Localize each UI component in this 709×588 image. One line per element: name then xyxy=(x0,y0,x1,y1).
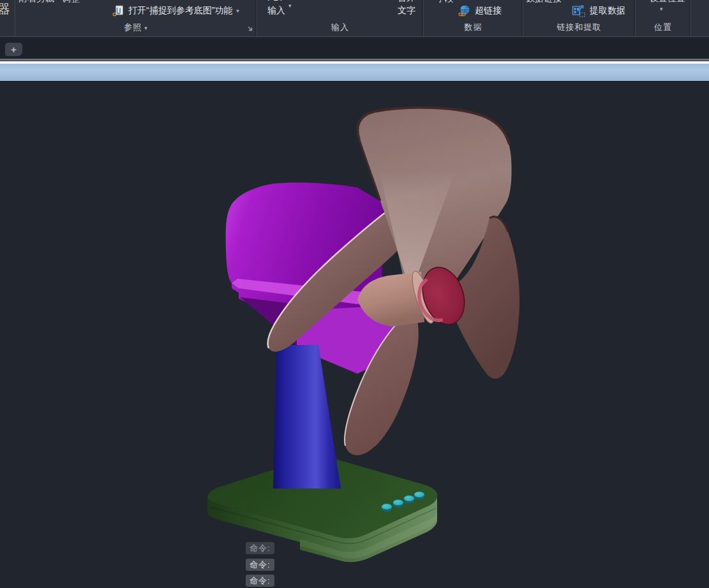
hyperlink-globe-icon xyxy=(458,4,471,17)
extract-data-icon xyxy=(572,4,586,18)
hyperlink-button[interactable]: 超链接 xyxy=(458,3,502,18)
panel-linking: 数据链接 提取数据 链接和提取 xyxy=(523,0,636,36)
clipped-set-location-button[interactable]: 设置位置 xyxy=(650,0,685,4)
underlay-snap-icon xyxy=(112,4,124,17)
clipped-datalink-button[interactable]: 数据链接 xyxy=(526,0,562,4)
extract-data-label: 提取数据 xyxy=(590,5,625,17)
panel-title-data[interactable]: 数据 xyxy=(424,22,523,33)
plus-icon: + xyxy=(11,44,17,55)
command-history-line: 命令: xyxy=(246,542,274,554)
panel-title-import[interactable]: 输入 xyxy=(257,22,423,33)
file-tab-bar: + xyxy=(0,36,709,59)
panel-reference: 附着 剪裁 调整 打开“捕捉到参考底图”功能 ▾ 参照▾ xyxy=(15,0,257,36)
clipped-tool-glyph: 器 xyxy=(0,1,10,18)
command-history-line: 命令: xyxy=(246,575,274,587)
hyperlink-label: 超链接 xyxy=(475,5,502,17)
panel-title-reference[interactable]: 参照▾ xyxy=(15,22,257,33)
dialog-launcher-icon[interactable] xyxy=(247,26,253,32)
dropdown-caret-icon: ▾ xyxy=(236,8,239,14)
fan-3d-model xyxy=(0,82,709,588)
dropdown-caret-icon[interactable]: ▾ xyxy=(288,3,292,9)
panel-caret-icon: ▾ xyxy=(144,25,148,31)
autocad-window: 器 附着 剪裁 调整 打开“捕捉到参考底图”功能 ▾ 参照▾ xyxy=(0,0,709,588)
combine-text-button[interactable]: 合并 文字 xyxy=(396,0,417,17)
pdf-import-button[interactable]: PDF 输入 xyxy=(265,0,288,17)
clipped-clip-button[interactable]: 剪裁 xyxy=(36,0,54,4)
extract-data-button[interactable]: 提取数据 xyxy=(572,3,625,19)
clipped-field-button[interactable]: 字段 xyxy=(436,0,454,4)
panel-title-linking[interactable]: 链接和提取 xyxy=(523,22,635,33)
ribbon: 器 附着 剪裁 调整 打开“捕捉到参考底图”功能 ▾ 参照▾ xyxy=(0,0,709,36)
dropdown-caret-icon[interactable]: ▾ xyxy=(660,6,663,12)
snap-to-underlay-button[interactable]: 打开“捕捉到参考底图”功能 ▾ xyxy=(112,3,239,18)
panel-data: 字段 超链接 数据 xyxy=(424,0,523,36)
snap-to-underlay-label: 打开“捕捉到参考底图”功能 xyxy=(128,5,232,17)
clipped-attach-button[interactable]: 附着 xyxy=(19,0,36,4)
drawing-viewport[interactable]: 命令: 命令: 命令: xyxy=(0,82,709,588)
panel-title-location[interactable]: 位置 xyxy=(636,22,690,33)
new-drawing-tab-button[interactable]: + xyxy=(5,43,22,56)
clipped-adjust-button[interactable]: 调整 xyxy=(62,0,80,4)
ribbon-left-clipped-panel: 器 xyxy=(0,0,15,36)
command-history-line: 命令: xyxy=(246,559,274,571)
panel-location: 设置位置 ▾ 位置 xyxy=(636,0,691,36)
document-title-strip xyxy=(0,64,709,81)
panel-import: PDF 输入 ▾ 合并 文字 输入 xyxy=(257,0,424,36)
